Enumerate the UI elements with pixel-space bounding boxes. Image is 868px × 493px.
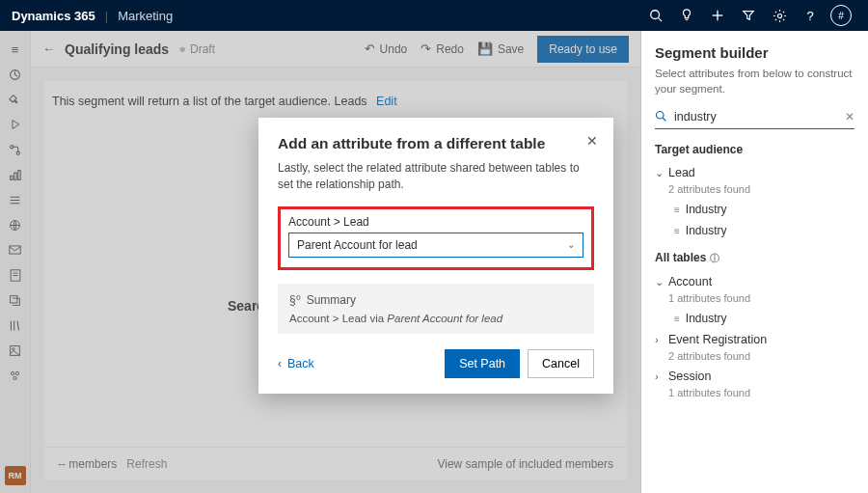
play-icon[interactable]	[0, 112, 31, 137]
brand: Dynamics 365	[12, 9, 95, 23]
attribute-search[interactable]: ✕	[655, 106, 854, 129]
status-dot-icon: ●	[178, 41, 186, 56]
undo-button[interactable]: ↶Undo	[365, 41, 408, 56]
search-icon	[655, 110, 666, 124]
add-attribute-modal: Add an attribute from a different table …	[258, 118, 613, 394]
clear-search-icon[interactable]: ✕	[845, 110, 854, 123]
search-icon[interactable]	[640, 0, 671, 31]
chevron-down-icon: ⌄	[655, 167, 668, 179]
svg-line-30	[663, 118, 665, 121]
plus-icon[interactable]	[702, 0, 733, 31]
cancel-button[interactable]: Cancel	[528, 349, 594, 378]
builder-subtitle: Select attributes from below to construc…	[655, 67, 854, 96]
session-count: 1 attributes found	[655, 387, 854, 398]
chevron-down-icon: ⌄	[567, 239, 575, 250]
group-event-registration[interactable]: › Event Registration	[655, 329, 854, 350]
attr-account-industry[interactable]: ≡ Industry	[655, 308, 854, 329]
group-session[interactable]: › Session	[655, 366, 854, 387]
modal-back-button[interactable]: ‹ Back	[278, 357, 314, 370]
recent-icon[interactable]	[0, 62, 31, 87]
module-name: Marketing	[118, 9, 173, 23]
asset-icon[interactable]	[0, 338, 31, 363]
attribute-icon: ≡	[674, 226, 680, 236]
segment-intro: This segment will return a list of the t…	[44, 81, 627, 108]
svg-rect-10	[14, 173, 16, 179]
chart-icon[interactable]	[0, 162, 31, 187]
svg-point-26	[11, 371, 14, 374]
svg-line-1	[659, 18, 663, 22]
search-input[interactable]	[672, 109, 845, 124]
svg-point-5	[777, 14, 781, 17]
brand-divider: |	[105, 9, 108, 23]
edit-link[interactable]: Edit	[376, 95, 397, 108]
save-button[interactable]: 💾Save	[477, 41, 524, 56]
info-icon[interactable]: ⓘ	[710, 253, 719, 263]
nav-rail: ≡ RM	[0, 31, 31, 493]
role-badge: RM	[5, 466, 26, 485]
view-sample-link[interactable]: View sample of included members	[437, 457, 613, 471]
gear-icon[interactable]	[764, 0, 795, 31]
svg-point-8	[16, 151, 19, 154]
svg-rect-20	[11, 295, 17, 302]
layers-icon[interactable]	[0, 288, 31, 313]
lightbulb-icon[interactable]	[671, 0, 702, 31]
attr-lead-industry-1[interactable]: ≡ Industry	[655, 199, 854, 220]
svg-point-7	[11, 145, 14, 148]
chevron-left-icon: ‹	[278, 357, 282, 370]
relationship-highlight: Account > Lead Parent Account for lead ⌄	[278, 206, 594, 270]
modal-title: Add an attribute from a different table	[278, 135, 579, 152]
globe-icon[interactable]	[0, 212, 31, 237]
segment-icon[interactable]	[0, 363, 31, 388]
svg-point-25	[13, 347, 14, 349]
relationship-dropdown[interactable]: Parent Account for lead ⌄	[288, 233, 583, 258]
builder-title: Segment builder	[655, 44, 854, 61]
page-title: Qualifying leads	[65, 41, 169, 57]
group-account[interactable]: ⌄ Account	[655, 271, 854, 292]
ready-to-use-button[interactable]: Ready to use	[537, 36, 629, 63]
attribute-icon: ≡	[674, 314, 680, 324]
account-count: 1 attributes found	[655, 292, 854, 304]
member-count: -- members	[58, 457, 117, 471]
chevron-down-icon: ⌄	[655, 276, 668, 288]
status-label: Draft	[190, 42, 215, 56]
modal-desc: Lastly, select the related attribute sha…	[278, 160, 594, 193]
help-icon[interactable]: ?	[795, 0, 826, 31]
svg-rect-9	[11, 176, 13, 179]
summary-icon: §⁰	[289, 293, 301, 307]
attr-lead-industry-2[interactable]: ≡ Industry	[655, 220, 854, 241]
chevron-right-icon: ›	[655, 370, 668, 382]
set-path-button[interactable]: Set Path	[445, 349, 520, 378]
chevron-right-icon: ›	[655, 334, 668, 345]
hamburger-icon[interactable]: ≡	[0, 37, 31, 62]
svg-point-28	[14, 376, 16, 379]
list-icon[interactable]	[0, 187, 31, 212]
svg-point-29	[657, 111, 665, 119]
path-breadcrumb: Account > Lead	[288, 215, 583, 229]
group-lead[interactable]: ⌄ Lead	[655, 162, 854, 183]
library-icon[interactable]	[0, 313, 31, 338]
pin-icon[interactable]	[0, 87, 31, 112]
target-audience-heading: Target audience	[655, 143, 854, 156]
svg-line-23	[17, 320, 19, 330]
filter-icon[interactable]	[733, 0, 764, 31]
attribute-icon: ≡	[674, 205, 680, 215]
user-avatar[interactable]: #	[826, 0, 856, 31]
mail-icon[interactable]	[0, 237, 31, 262]
refresh-link[interactable]: Refresh	[126, 457, 167, 471]
event-reg-count: 2 attributes found	[655, 350, 854, 362]
back-arrow-icon[interactable]: ←	[42, 41, 55, 56]
summary-box: §⁰ Summary Account > Lead via Parent Acc…	[278, 284, 594, 334]
lead-count: 2 attributes found	[655, 183, 854, 195]
close-icon[interactable]: ✕	[586, 133, 598, 149]
all-tables-heading: All tablesⓘ	[655, 251, 854, 265]
svg-point-0	[651, 11, 660, 19]
svg-rect-16	[10, 246, 20, 254]
journey-icon[interactable]	[0, 137, 31, 162]
template-icon[interactable]	[0, 262, 31, 288]
svg-point-27	[15, 371, 18, 374]
redo-button[interactable]: ↷Redo	[420, 41, 464, 56]
svg-rect-11	[18, 170, 20, 179]
